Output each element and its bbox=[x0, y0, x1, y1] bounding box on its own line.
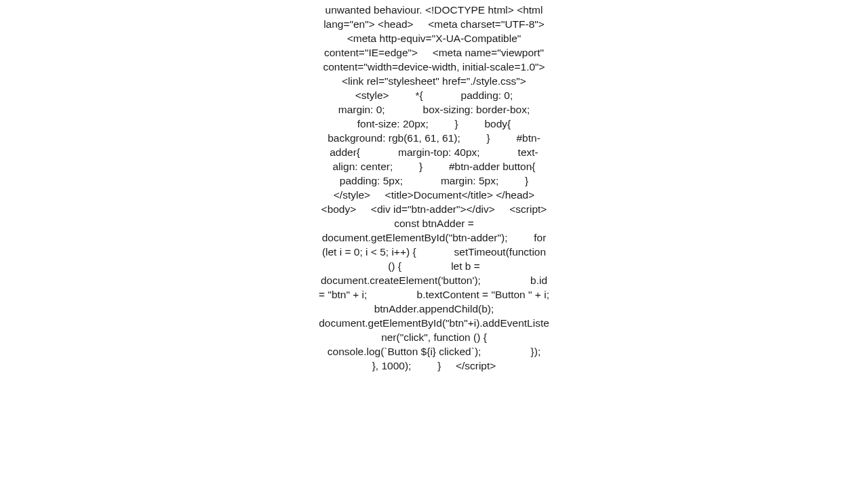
code-snippet: unwanted behaviour. <!DOCTYPE html> <htm… bbox=[319, 3, 549, 373]
